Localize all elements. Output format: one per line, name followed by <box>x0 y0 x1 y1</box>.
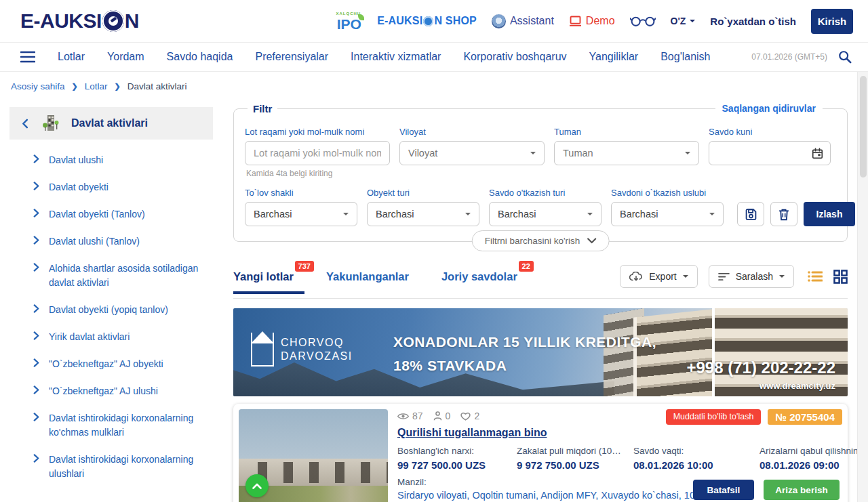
tab-new-lots[interactable]: Yangi lotlar 737 <box>233 270 294 283</box>
sidebar-item-yopiq-tanlov[interactable]: Davlat obyekti (yopiq tanlov) <box>33 303 209 317</box>
auction-date-field: Savdo kuni <box>709 127 831 178</box>
installment-badge[interactable]: Muddatli bo'lib to'lash <box>666 409 762 425</box>
chevron-down-icon <box>465 213 471 218</box>
sidebar-item-uzbekneftgaz-obyekti[interactable]: "O`zbekneftgaz" AJ obyekti <box>33 357 209 371</box>
breadcrumb-home[interactable]: Asosiy sahifa <box>11 81 65 91</box>
object-type-select[interactable]: Barchasi <box>367 202 479 226</box>
chevron-down-icon <box>683 275 688 280</box>
lot-image[interactable] <box>239 409 388 502</box>
register-link[interactable]: Ro`yxatdan o`tish <box>710 16 796 27</box>
filter-legend: Filtr <box>248 103 277 114</box>
nav-item-yordam[interactable]: Yordam <box>107 51 144 63</box>
apply-button[interactable]: Ariza berish <box>764 480 840 500</box>
logo-text-left: E-AUKSI <box>20 9 102 33</box>
auction-date-label: Savdo kuni <box>709 127 831 137</box>
save-filter-button[interactable] <box>737 202 764 226</box>
nav-item-boglanish[interactable]: Bog'lanish <box>660 51 710 63</box>
active-tab-underline <box>233 291 304 294</box>
gate-icon <box>251 333 274 367</box>
likes-stat[interactable]: 2 <box>460 411 479 421</box>
nav-item-preferensiyalar[interactable]: Preferensiyalar <box>255 51 328 63</box>
sidebar-item-korxonalar-kochmas-mulk[interactable]: Davlat ishtirokidagi korxonalarning ko'c… <box>33 411 209 440</box>
district-select[interactable]: Tuman <box>554 141 699 165</box>
chevron-right-icon <box>33 182 40 194</box>
assistant-link[interactable]: Assistant <box>492 14 554 28</box>
sidebar-list: Davlat ulushi Davlat obyekti Davlat obye… <box>9 140 213 481</box>
saved-searches-link[interactable]: Saqlangan qidiruvlar <box>715 103 823 114</box>
language-selector[interactable]: O'Z <box>671 16 696 26</box>
shop-text-right: N SHOP <box>434 15 477 27</box>
login-button[interactable]: Kirish <box>811 9 853 34</box>
lot-number-input[interactable] <box>245 141 390 165</box>
auction-type-select[interactable]: Barchasi <box>489 202 601 226</box>
sidebar-item-davlat-obyekti-tanlov[interactable]: Davlat obyekti (Tanlov) <box>33 207 209 222</box>
lot-number-hint: Kamida 4ta belgi kiriting <box>245 169 390 178</box>
current-auctions-count-badge: 22 <box>519 261 534 272</box>
scrollbar-thumb[interactable] <box>860 76 867 177</box>
accessibility-glasses-icon[interactable] <box>630 15 656 27</box>
show-all-filters-toggle[interactable]: Filtrni barchasini ko'rish <box>472 230 610 251</box>
scroll-top-button[interactable] <box>245 474 269 497</box>
district-field: Tuman Tuman <box>554 127 699 178</box>
chevron-left-icon[interactable] <box>20 119 31 129</box>
list-view-icon[interactable] <box>808 270 823 283</box>
nav-item-korporativ-boshqaruv[interactable]: Korporativ boshqaruv <box>463 51 566 63</box>
chevron-down-icon <box>709 213 715 218</box>
tab-current-auctions[interactable]: Joriy savdolar 22 <box>441 270 517 283</box>
region-select[interactable]: Viloyat <box>399 141 545 165</box>
auction-method-select[interactable]: Barchasi <box>611 202 724 226</box>
banner-text: XONADONLAR 15 YILLIK KREDITGA, 18% STAVK… <box>393 334 656 374</box>
details-button[interactable]: Batafsil <box>693 480 754 500</box>
e-auksion-shop-link[interactable]: E-AUKSIN SHOP <box>377 15 477 27</box>
ad-banner[interactable]: CHORVOQ DARVOZASI XONADONLAR 15 YILLIK K… <box>233 308 848 396</box>
sidebar-item-davlat-obyekti[interactable]: Davlat obyekti <box>33 180 209 194</box>
chevron-down-icon <box>587 238 596 244</box>
auction-type-label: Savdo o'tkazish turi <box>489 188 601 198</box>
sidebar-item-uzbekneftgaz-ulushi[interactable]: "O`zbekneftgaz" AJ ulushi <box>33 384 209 398</box>
region-field: Viloyat Viloyat <box>399 127 545 178</box>
chevron-right-icon <box>33 454 40 481</box>
sidebar-item-alohida-shartlar[interactable]: Alohida shartlar asosida sotiladigan dav… <box>33 262 209 290</box>
hamburger-menu-icon[interactable] <box>20 51 35 63</box>
search-submit-button[interactable]: Izlash <box>804 202 855 226</box>
lot-field-auction-time: Savdo vaqti: 08.01.2026 10:00 <box>633 446 760 471</box>
e-auksion-logo[interactable]: E-AUKSIN <box>20 9 139 33</box>
assistant-label: Assistant <box>510 15 554 27</box>
chevron-down-icon <box>779 275 785 280</box>
demo-link[interactable]: Demo <box>569 15 615 27</box>
sidebar-item-davlat-ulushi-tanlov[interactable]: Davlat ulushi (Tanlov) <box>33 234 209 249</box>
sort-button[interactable]: Saralash <box>709 265 794 288</box>
nav-item-interaktiv-xizmatlar[interactable]: Interaktiv xizmatlar <box>351 51 441 63</box>
nav-right: 07.01.2026 (GMT+5) <box>751 50 852 64</box>
export-button[interactable]: Export <box>620 265 697 288</box>
scrollbar-track[interactable] <box>857 72 868 502</box>
shop-emblem-icon <box>423 16 433 26</box>
auction-date-input[interactable] <box>709 141 831 165</box>
breadcrumb-current: Davlat aktivlari <box>127 81 187 91</box>
sidebar-item-davlat-ulushi[interactable]: Davlat ulushi <box>33 153 209 167</box>
payment-type-select[interactable]: Barchasi <box>245 202 357 226</box>
person-icon <box>433 411 442 421</box>
payment-type-label: To`lov shakli <box>245 188 357 198</box>
sort-icon <box>718 272 730 281</box>
chevron-down-icon <box>690 20 695 25</box>
nav-item-savdo-haqida[interactable]: Savdo haqida <box>167 51 233 63</box>
lot-card-body: 87 0 2 Muddatli bo'lib to'lash <box>397 409 842 502</box>
clear-filter-button[interactable] <box>770 202 797 226</box>
top-header: E-AUKSIN XALQCHIL IPO E-AUKSIN SHOP Assi… <box>0 0 868 42</box>
lot-title-link[interactable]: Qurilishi tugallanmagan bino <box>397 427 547 439</box>
search-icon[interactable] <box>838 50 852 64</box>
grid-view-icon[interactable] <box>833 270 848 284</box>
district-label: Tuman <box>554 127 699 137</box>
ipo-logo[interactable]: XALQCHIL IPO <box>336 12 363 31</box>
chevron-right-icon <box>33 385 40 398</box>
breadcrumb-lots[interactable]: Lotlar <box>85 81 108 91</box>
tab-finished[interactable]: Yakunlanganlar <box>326 270 409 283</box>
nav-item-yangiliklar[interactable]: Yangiliklar <box>589 51 639 63</box>
nav-item-lotlar[interactable]: Lotlar <box>58 51 85 63</box>
sidebar-item-yirik-davlat-aktivlari[interactable]: Yirik davlat aktivlari <box>33 330 209 344</box>
chevron-right-icon: ❯ <box>115 82 121 91</box>
sidebar-item-korxonalar-ulushlari[interactable]: Davlat ishtirokidagi korxonalarning ulus… <box>33 453 209 481</box>
sidebar-header[interactable]: Davlat aktivlari <box>9 107 213 140</box>
lot-address: Sirdaryo viloyati, Oqoltin tumani, Andij… <box>397 489 723 502</box>
